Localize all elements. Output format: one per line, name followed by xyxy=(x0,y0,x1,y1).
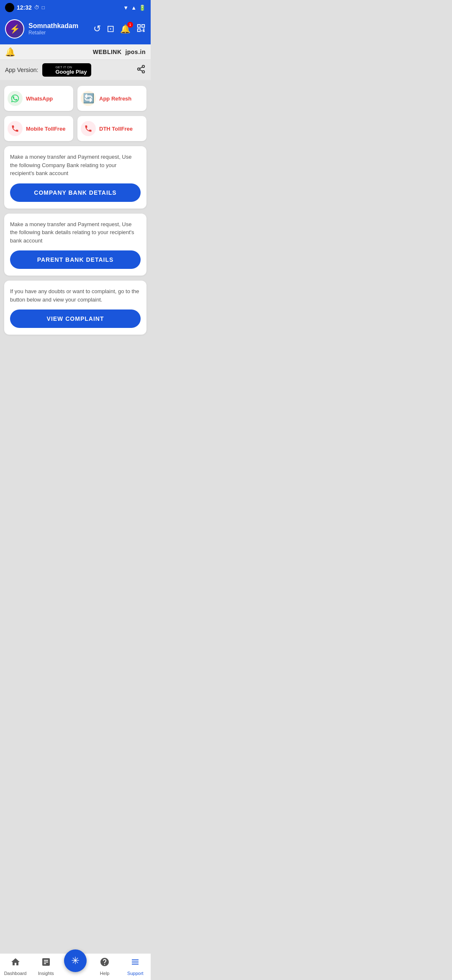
status-bar: 12:32 ⏱ □ ▼ ▲ 🔋 xyxy=(0,0,151,15)
svg-point-9 xyxy=(142,65,145,67)
lightning-icon: ⚡ xyxy=(10,24,20,34)
header-username: Somnathkadam xyxy=(28,22,89,30)
weblink-label: WEBLINK jpos.in xyxy=(93,49,146,55)
action-row-2: Mobile TollFree DTH TollFree xyxy=(4,116,146,141)
app-version-row: App Version: ▶ GET IT ON Google Play xyxy=(0,60,151,80)
alert-bell-icon: 🔔 xyxy=(5,47,15,57)
status-sim-icon: □ xyxy=(42,5,45,10)
share-icon[interactable] xyxy=(136,64,146,76)
whatsapp-button[interactable]: WhatsApp xyxy=(4,86,73,111)
mobile-tollfree-label: Mobile TollFree xyxy=(26,126,65,132)
avatar-inner: ⚡ xyxy=(6,20,23,38)
signal-icon: ▲ xyxy=(131,5,136,11)
app-refresh-label: App Refresh xyxy=(99,95,131,102)
parent-bank-details-button[interactable]: PARENT BANK DETAILS xyxy=(10,250,141,269)
complaint-text: If you have any doubts or want to compla… xyxy=(10,287,141,304)
status-media-icon: ⏱ xyxy=(34,5,39,10)
phone-icon-1 xyxy=(8,121,23,136)
status-bar-right: ▼ ▲ 🔋 xyxy=(123,5,146,11)
wallet-icon[interactable]: ⊡ xyxy=(107,23,114,34)
notification-badge: 1 xyxy=(127,22,133,28)
svg-point-11 xyxy=(142,70,145,73)
weblink-bar: 🔔 WEBLINK jpos.in xyxy=(0,44,151,60)
svg-rect-1 xyxy=(142,24,144,27)
parent-bank-text: Make a money transfer and Payment reques… xyxy=(10,220,141,245)
google-play-text: GET IT ON Google Play xyxy=(55,66,87,75)
status-bar-left: 12:32 ⏱ □ xyxy=(5,3,45,12)
svg-line-12 xyxy=(140,70,142,71)
history-icon[interactable]: ↺ xyxy=(93,23,101,34)
app-version-label: App Version: xyxy=(5,67,38,73)
action-row-1: WhatsApp 🔄 App Refresh xyxy=(4,86,146,111)
svg-rect-2 xyxy=(138,28,140,31)
status-time: 12:32 xyxy=(17,4,32,11)
wifi-icon: ▼ xyxy=(123,5,128,11)
google-play-button[interactable]: ▶ GET IT ON Google Play xyxy=(42,63,91,77)
parent-bank-card: Make a money transfer and Payment reques… xyxy=(4,214,146,276)
phone-icon-2 xyxy=(81,121,96,136)
google-play-logo: ▶ xyxy=(46,65,53,75)
refresh-icon: 🔄 xyxy=(81,91,96,106)
avatar: ⚡ xyxy=(5,19,24,39)
header-user-info: Somnathkadam Retailer xyxy=(28,22,89,36)
header: ⚡ Somnathkadam Retailer ↺ ⊡ 🔔 1 xyxy=(0,15,151,44)
dth-tollfree-label: DTH TollFree xyxy=(99,126,133,132)
whatsapp-label: WhatsApp xyxy=(26,95,53,102)
svg-point-10 xyxy=(138,68,140,70)
whatsapp-icon xyxy=(8,91,23,106)
company-bank-card: Make a money transfer and Payment reques… xyxy=(4,146,146,209)
qr-scanner-icon[interactable] xyxy=(136,23,146,35)
header-role: Retailer xyxy=(28,30,89,36)
battery-icon: 🔋 xyxy=(139,5,146,11)
camera-icon xyxy=(5,3,14,12)
company-bank-text: Make a money transfer and Payment reques… xyxy=(10,153,141,178)
company-bank-details-button[interactable]: COMPANY BANK DETAILS xyxy=(10,183,141,202)
app-refresh-button[interactable]: 🔄 App Refresh xyxy=(77,86,146,111)
main-content: WhatsApp 🔄 App Refresh Mobile TollFree D… xyxy=(0,80,151,400)
header-icons: ↺ ⊡ 🔔 1 xyxy=(93,23,146,35)
mobile-tollfree-button[interactable]: Mobile TollFree xyxy=(4,116,73,141)
svg-line-13 xyxy=(140,67,142,68)
dth-tollfree-button[interactable]: DTH TollFree xyxy=(77,116,146,141)
view-complaint-button[interactable]: VIEW COMPLAINT xyxy=(10,309,141,328)
svg-rect-0 xyxy=(138,24,140,27)
complaint-card: If you have any doubts or want to compla… xyxy=(4,281,146,335)
notification-icon[interactable]: 🔔 1 xyxy=(120,24,131,34)
